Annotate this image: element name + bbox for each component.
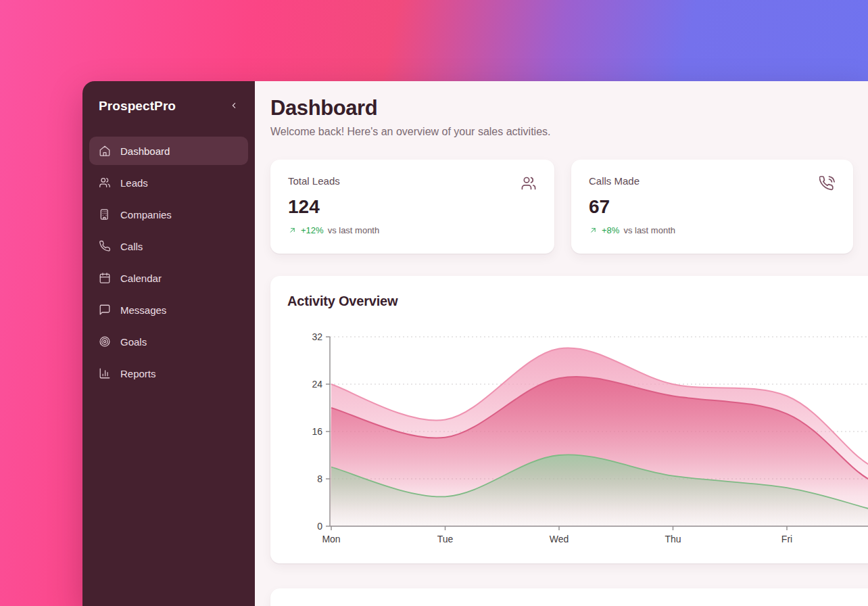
sidebar-item-dashboard[interactable]: Dashboard [89,137,248,165]
stat-delta-percent: +8% [602,225,619,235]
sidebar-header: ProspectPro [82,81,255,127]
sidebar-item-label: Messages [120,304,166,316]
target-icon [99,335,111,348]
phone-icon [99,240,111,252]
users-icon [521,175,537,191]
sidebar-item-label: Leads [120,177,148,189]
stat-delta-suffix: vs last month [623,225,675,235]
users-icon [99,177,111,189]
svg-text:16: 16 [312,426,322,437]
sidebar-item-label: Calls [120,241,143,252]
sidebar-item-calendar[interactable]: Calendar [89,264,248,292]
sidebar: ProspectPro DashboardLeadsCompaniesCalls… [82,81,255,606]
arrow-up-right-icon [589,226,598,235]
message-square-icon [99,304,111,316]
svg-text:Fri: Fri [781,534,792,544]
stat-delta-percent: +12% [301,225,324,235]
calendar-icon [99,272,111,284]
sidebar-item-label: Companies [120,209,172,220]
sidebar-item-goals[interactable]: Goals [89,327,248,356]
sidebar-item-messages[interactable]: Messages [89,296,248,324]
svg-text:Thu: Thu [665,534,681,544]
activity-overview-card: Activity Overview 08162432MonTueWedThuFr… [270,276,868,563]
phone-call-icon [819,175,836,191]
svg-text:Tue: Tue [437,534,454,544]
app-window: ProspectPro DashboardLeadsCompaniesCalls… [82,81,868,606]
stat-value: 124 [288,196,537,218]
activity-chart: 08162432MonTueWedThuFri [270,323,868,559]
sidebar-nav: DashboardLeadsCompaniesCallsCalendarMess… [82,127,255,388]
svg-text:24: 24 [312,379,322,390]
app-title: ProspectPro [99,99,176,114]
sidebar-item-label: Calendar [120,273,162,284]
stat-delta-suffix: vs last month [328,225,380,235]
sidebar-collapse-button[interactable] [226,99,241,114]
page-subtitle: Welcome back! Here's an overview of your… [270,126,550,138]
svg-text:0: 0 [317,521,322,532]
svg-text:32: 32 [312,331,322,342]
bar-chart-icon [99,367,111,379]
sidebar-item-companies[interactable]: Companies [89,200,248,229]
stats-grid: Total Leads124+12%vs last monthCalls Mad… [270,160,853,254]
chevron-left-icon [228,100,239,113]
partial-bottom-card [270,588,868,606]
stat-label: Total Leads [288,175,340,187]
building-icon [99,208,111,220]
sidebar-item-reports[interactable]: Reports [89,359,248,388]
sidebar-item-label: Reports [120,368,156,379]
stat-value: 67 [589,196,836,218]
sidebar-item-leads[interactable]: Leads [89,168,248,197]
main-content: Dashboard Welcome back! Here's an overvi… [255,81,868,606]
stat-label: Calls Made [589,175,640,187]
chart-title: Activity Overview [287,294,397,309]
stat-card-total-leads: Total Leads124+12%vs last month [270,160,554,254]
svg-text:Mon: Mon [322,534,340,544]
page-title: Dashboard [270,96,377,120]
home-icon [99,145,111,157]
sidebar-item-label: Dashboard [120,145,170,157]
stat-card-calls-made: Calls Made67+8%vs last month [571,160,853,254]
arrow-up-right-icon [288,226,297,235]
sidebar-item-calls[interactable]: Calls [89,232,248,260]
sidebar-item-label: Goals [120,336,147,348]
svg-text:8: 8 [317,473,322,484]
svg-text:Wed: Wed [550,534,569,544]
